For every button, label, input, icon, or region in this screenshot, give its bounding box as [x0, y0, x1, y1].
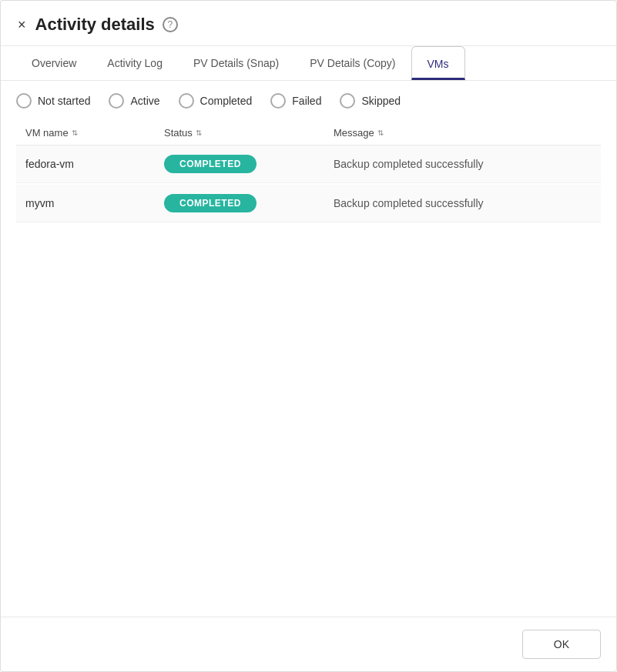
sort-vm-name-icon: ⇅ [72, 129, 78, 137]
vms-table: VM name ⇅ Status ⇅ Message ⇅ fedora-vm C… [1, 121, 616, 617]
tab-pv-details-copy[interactable]: PV Details (Copy) [294, 46, 411, 80]
filter-skipped-label: Skipped [361, 95, 401, 107]
modal-header: × Activity details ? [1, 1, 616, 46]
filter-not-started[interactable]: Not started [16, 93, 90, 109]
table-row: myvm COMPLETED Backup completed successf… [16, 185, 601, 222]
filter-failed-label: Failed [292, 95, 321, 107]
filter-not-started-label: Not started [38, 95, 90, 107]
tab-activity-log[interactable]: Activity Log [92, 46, 178, 80]
modal-container: × Activity details ? Overview Activity L… [0, 0, 617, 672]
tab-vms[interactable]: VMs [411, 46, 465, 80]
status-cell: COMPLETED [164, 155, 334, 173]
vm-name-cell: myvm [25, 197, 164, 209]
radio-skipped[interactable] [340, 93, 355, 109]
radio-failed[interactable] [270, 93, 286, 109]
filter-failed[interactable]: Failed [270, 93, 321, 109]
tab-overview[interactable]: Overview [16, 46, 92, 80]
col-status[interactable]: Status ⇅ [164, 127, 334, 139]
help-icon[interactable]: ? [163, 17, 178, 32]
filter-skipped[interactable]: Skipped [340, 93, 401, 109]
status-cell: COMPLETED [164, 194, 334, 212]
tab-pv-details-snap[interactable]: PV Details (Snap) [178, 46, 294, 80]
radio-completed[interactable] [179, 93, 194, 109]
filter-row: Not started Active Completed Failed Skip… [1, 81, 616, 121]
close-button[interactable]: × [16, 16, 28, 33]
col-message[interactable]: Message ⇅ [334, 127, 592, 139]
sort-status-icon: ⇅ [196, 129, 202, 137]
status-badge: COMPLETED [164, 194, 257, 212]
filter-completed[interactable]: Completed [179, 93, 253, 109]
filter-active-label: Active [130, 95, 159, 107]
col-vm-name[interactable]: VM name ⇅ [25, 127, 164, 139]
radio-not-started[interactable] [16, 93, 32, 109]
vm-name-cell: fedora-vm [25, 158, 164, 170]
radio-active[interactable] [109, 93, 124, 109]
sort-message-icon: ⇅ [377, 129, 384, 137]
ok-button[interactable]: OK [522, 630, 601, 659]
tabs-bar: Overview Activity Log PV Details (Snap) … [1, 46, 616, 81]
filter-active[interactable]: Active [109, 93, 159, 109]
page-title: Activity details [35, 15, 155, 35]
message-cell: Backup completed successfully [334, 158, 592, 170]
status-badge: COMPLETED [164, 155, 257, 173]
filter-completed-label: Completed [200, 95, 253, 107]
modal-footer: OK [1, 617, 616, 671]
message-cell: Backup completed successfully [334, 197, 592, 209]
table-header: VM name ⇅ Status ⇅ Message ⇅ [16, 121, 601, 145]
table-row: fedora-vm COMPLETED Backup completed suc… [16, 145, 601, 183]
